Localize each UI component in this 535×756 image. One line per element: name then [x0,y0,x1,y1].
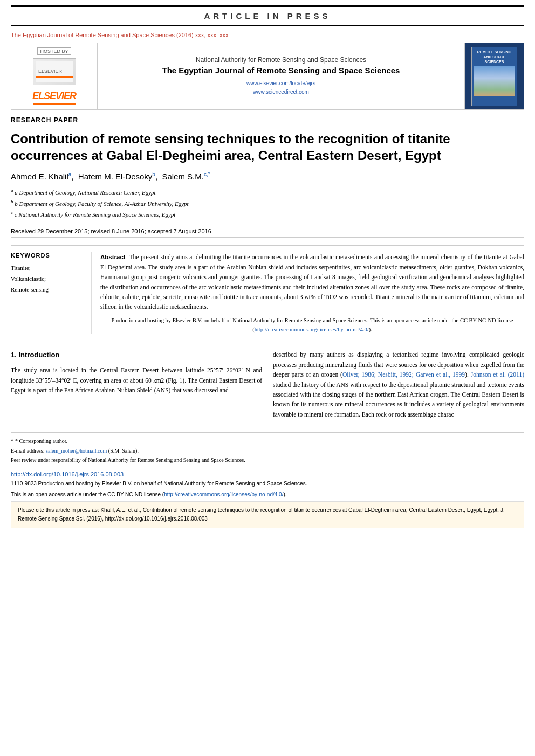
elsevier-text: ELSEVIER [32,91,76,102]
abstract-column: Abstract The present study aims at delim… [92,252,524,334]
footnote-email: E-mail address: salem_moher@hotmail.com … [11,446,524,455]
author-2-sup: b [152,171,155,177]
svg-rect-2 [36,76,73,78]
authority-name: National Authority for Remote Sensing an… [108,56,454,64]
author-3-sup: c,* [204,171,210,177]
intro-paragraph-2: described by many authors as displaying … [273,350,524,419]
keywords-list: Titanite; Volkaniclastic; Remote sensing [11,263,83,295]
affiliation-2: b b Department of Geology, Faculty of Sc… [11,198,524,209]
svg-text:ELSEVIER: ELSEVIER [38,68,63,74]
citation-box: Please cite this article in press as: Kh… [11,501,524,528]
abstract-label: Abstract [100,254,126,260]
affiliations: a a Department of Geology, National Rese… [11,186,524,219]
journal-header-line: The Egyptian Journal of Remote Sensing a… [0,30,535,40]
footnote-star: * * Corresponding author. [11,436,524,446]
body-col-left: 1. Introduction The study area is locate… [11,350,262,424]
website-link-2[interactable]: www.sciencedirect.com [108,88,454,96]
website-link-1[interactable]: www.elsevier.com/locate/ejrs [108,79,454,88]
introduction-heading: 1. Introduction [11,350,262,361]
cc-link[interactable]: http://creativecommons.org/licenses/by-n… [255,327,369,332]
keyword-2: Volkaniclastic; [11,274,83,285]
production-note-text: Production and hosting by Elsevier B.V. … [112,317,513,332]
author-3: Salem S.M. [162,172,204,181]
article-title: Contribution of remote sensing technique… [11,130,524,164]
keywords-title: KEYWORDS [11,252,83,259]
author-1-sup: a [68,171,72,177]
elsevier-logo-image: ELSEVIER [33,58,76,85]
abstract-text: Abstract The present study aims at delim… [100,252,524,311]
journal-cover-image: REMOTE SENSING AND SPACE SCIENCES [471,47,517,106]
keyword-1: Titanite; [11,263,83,274]
cover-title: REMOTE SENSING AND SPACE SCIENCES [474,50,515,64]
ref-johnson[interactable]: Johnson et al. (2011) [471,371,524,378]
journal-info-center: National Authority for Remote Sensing an… [98,43,464,109]
abstract-body: The present study aims at delimiting the… [100,254,524,310]
keywords-column: KEYWORDS Titanite; Volkaniclastic; Remot… [11,252,92,334]
intro-paragraph-1: The study area is located in the Central… [11,365,262,395]
affiliation-3: c c National Authority for Remote Sensin… [11,209,524,219]
keyword-3: Remote sensing [11,285,83,295]
production-note: Production and hosting by Elsevier B.V. … [100,316,524,335]
cc-link-footer[interactable]: http://creativecommons.org/licenses/by-n… [164,491,283,497]
elsevier-orange-bar [33,103,76,105]
footnote-peer-review: Peer review under responsibility of Nati… [11,455,524,464]
elsevier-hosted-section: HOSTED BY ELSEVIER ELSEVIER [11,43,98,109]
citation-text: Please cite this article in press as: Kh… [18,507,505,522]
footnotes: * * Corresponding author. E-mail address… [11,432,524,464]
main-content: RESEARCH PAPER Contribution of remote se… [0,116,535,528]
research-paper-label: RESEARCH PAPER [11,116,524,126]
abstract-section: KEYWORDS Titanite; Volkaniclastic; Remot… [11,245,524,341]
author-2: Hatem M. El-Desoky [78,172,153,181]
cover-image-strip [474,66,515,96]
authors-line: Ahmed E. Khalila, Hatem M. El-Desokyb, S… [11,171,524,181]
article-in-press-banner: ARTICLE IN PRESS [11,5,524,26]
ref-oliver[interactable]: Oliver, 1986; Nesbitt, 1992; Garven et a… [342,371,465,378]
doi-line[interactable]: http://dx.doi.org/10.1016/j.ejrs.2016.08… [11,471,524,477]
author-1: Ahmed E. Khalil [11,172,68,181]
email-link[interactable]: salem_moher@hotmail.com [46,448,107,454]
received-dates: Received 29 December 2015; revised 8 Jun… [11,225,524,238]
hosted-by-label: HOSTED BY [37,47,71,55]
journal-website: www.elsevier.com/locate/ejrs www.science… [108,79,454,96]
copyright-line-1: 1110-9823 Production and hosting by Else… [11,480,524,488]
journal-header-box: HOSTED BY ELSEVIER ELSEVIER National Aut… [11,43,524,110]
body-col-right: described by many authors as displaying … [273,350,524,424]
journal-title-header: The Egyptian Journal of Remote Sensing a… [108,66,454,75]
copyright-line-2: This is an open access article under the… [11,490,524,499]
journal-cover-section: REMOTE SENSING AND SPACE SCIENCES [464,43,524,109]
affiliation-1: a a Department of Geology, National Rese… [11,186,524,197]
body-columns: 1. Introduction The study area is locate… [11,350,524,424]
